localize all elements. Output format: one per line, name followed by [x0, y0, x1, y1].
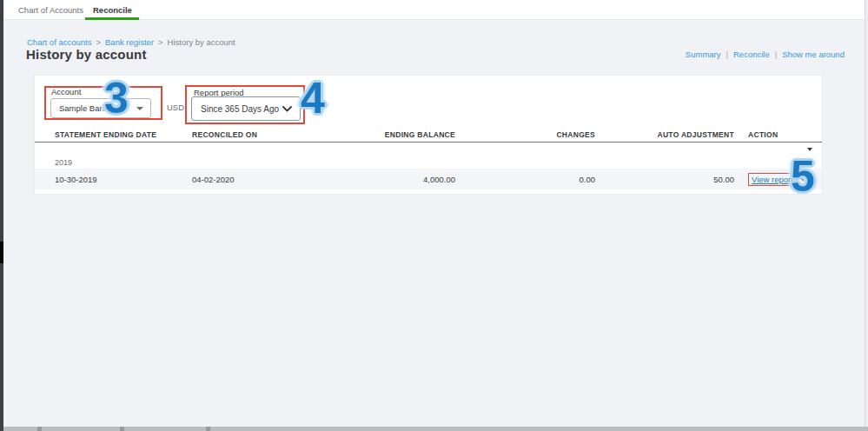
- col-header-reconciled-on[interactable]: RECONCILED ON: [192, 130, 318, 139]
- show-me-around-link[interactable]: Show me around: [782, 50, 845, 59]
- breadcrumb-current: History by account: [168, 37, 235, 47]
- breadcrumb-chart-of-accounts[interactable]: Chart of accounts: [27, 37, 91, 47]
- currency-label: USD: [167, 103, 184, 112]
- col-header-statement-ending-date[interactable]: STATEMENT ENDING DATE: [55, 130, 192, 139]
- active-tab-underline: [85, 17, 139, 20]
- scrollbar-tick: [120, 427, 124, 431]
- view-report-link[interactable]: View report: [752, 175, 793, 184]
- chevron-down-icon: [282, 106, 292, 112]
- col-header-auto-adjustment[interactable]: AUTO ADJUSTMENT: [595, 130, 734, 139]
- year-group-row: 2019: [35, 156, 822, 169]
- col-header-ending-balance[interactable]: ENDING BALANCE: [318, 130, 455, 139]
- table-options-caret-icon[interactable]: [807, 148, 812, 151]
- scrollbar-tick: [37, 427, 42, 431]
- quick-links-separator: |: [775, 50, 777, 59]
- tab-chart-of-accounts[interactable]: Chart of Accounts: [18, 0, 83, 20]
- breadcrumb-bank-register[interactable]: Bank register: [105, 37, 154, 47]
- dropdown-caret-icon: [136, 107, 143, 110]
- auto-adjustment-cell: 50.00: [595, 175, 734, 184]
- breadcrumb-separator: >: [96, 37, 101, 47]
- annotation-box-view-report: View report: [748, 173, 797, 186]
- report-period-value: Since 365 Days Ago: [201, 104, 279, 114]
- reconcile-history-table: STATEMENT ENDING DATE RECONCILED ON ENDI…: [35, 128, 822, 189]
- ending-balance-cell: 4,000.00: [318, 175, 455, 184]
- history-by-account-panel: Account Sample Bank USD Report period Si…: [34, 75, 823, 195]
- report-period-dropdown[interactable]: Since 365 Days Ago: [191, 96, 301, 121]
- horizontal-scrollbar[interactable]: [3, 427, 868, 431]
- changes-cell: 0.00: [455, 175, 595, 184]
- action-cell: View report: [748, 173, 824, 186]
- col-header-changes[interactable]: CHANGES: [455, 130, 595, 139]
- vertical-scrollbar[interactable]: [865, 0, 868, 431]
- page-title: History by account: [26, 47, 147, 62]
- account-dropdown-value: Sample Bank: [59, 103, 109, 113]
- row-actions-chevron-icon[interactable]: [799, 176, 808, 182]
- scrollbar-tick: [206, 427, 210, 431]
- collapsed-sidebar-edge: [0, 0, 3, 431]
- quick-links: Summary|Reconcile|Show me around: [686, 50, 845, 59]
- table-options-row: [35, 143, 822, 156]
- table-header-row: STATEMENT ENDING DATE RECONCILED ON ENDI…: [35, 128, 822, 143]
- year-group-label: 2019: [55, 158, 192, 167]
- account-dropdown[interactable]: Sample Bank: [50, 98, 151, 118]
- reconcile-link[interactable]: Reconcile: [733, 50, 770, 59]
- statement-ending-date-cell: 10-30-2019: [55, 175, 192, 184]
- col-header-action[interactable]: ACTION: [748, 130, 824, 139]
- breadcrumb: Chart of accounts>Bank register>History …: [27, 37, 235, 47]
- reconciled-on-cell: 04-02-2020: [192, 175, 318, 184]
- account-label: Account: [51, 87, 81, 96]
- sidebar-edge-black-segment: [0, 242, 3, 263]
- tab-bar: Chart of Accounts Reconcile: [3, 0, 865, 20]
- table-row: 10-30-2019 04-02-2020 4,000.00 0.00 50.0…: [35, 169, 822, 189]
- quick-links-separator: |: [726, 50, 728, 59]
- summary-link[interactable]: Summary: [686, 50, 721, 59]
- breadcrumb-separator: >: [158, 37, 163, 47]
